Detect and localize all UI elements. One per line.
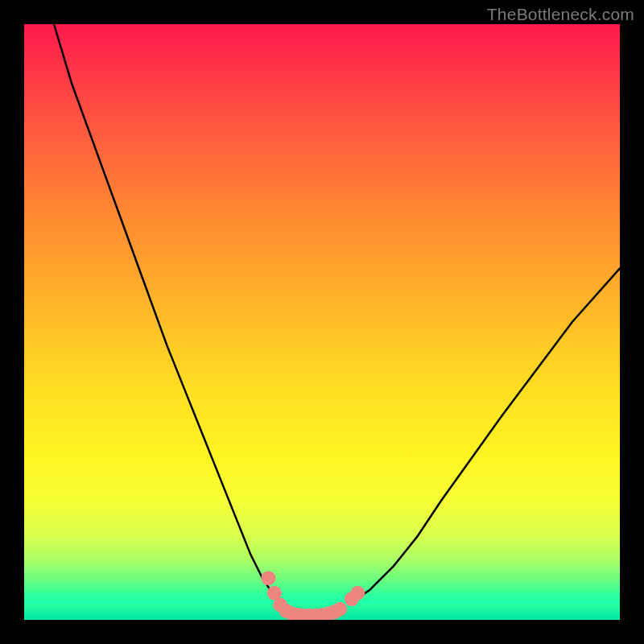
series-right-curve [352,268,620,601]
marker-point [332,602,347,617]
watermark-text: TheBottleneck.com [487,5,634,24]
plot-area [24,24,620,620]
chart-svg [24,24,620,620]
series-left-curve [54,24,280,602]
marker-point [350,586,365,601]
marker-point [261,571,275,585]
chart-frame: TheBottleneck.com [0,0,644,644]
